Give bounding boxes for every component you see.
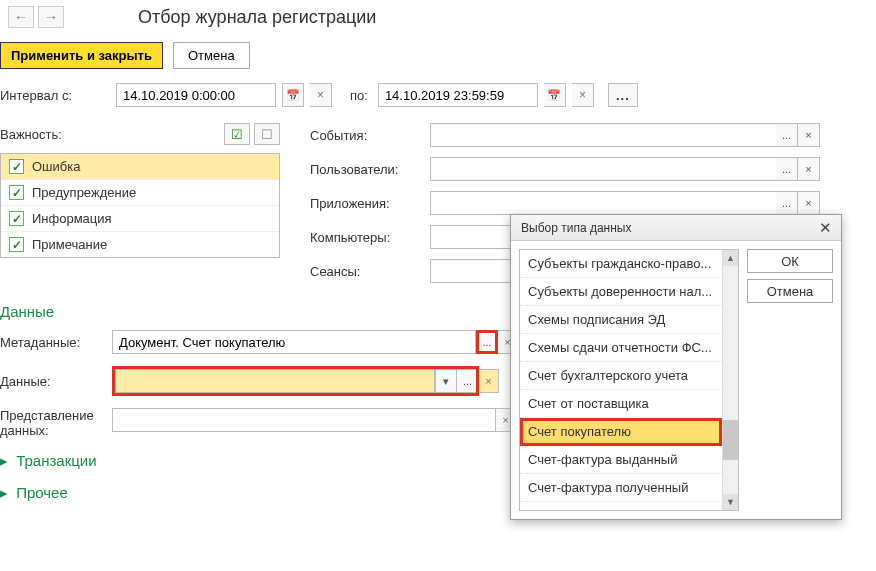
clear-from-button[interactable]: ×	[310, 83, 332, 107]
metadata-input[interactable]	[112, 330, 476, 354]
data-input[interactable]	[115, 369, 435, 393]
clear-to-button[interactable]: ×	[572, 83, 594, 107]
importance-item-info[interactable]: ✓ Информация	[1, 206, 279, 232]
checkbox-icon: ✓	[9, 211, 24, 226]
sessions-label: Сеансы:	[310, 264, 430, 279]
scrollbar[interactable]: ▲ ▼	[722, 250, 738, 510]
data-label: Данные:	[0, 374, 112, 389]
dialog-close-button[interactable]: ✕	[816, 219, 835, 237]
interval-from-label: Интервал с:	[0, 88, 110, 103]
list-item[interactable]: Счет от поставщика	[520, 390, 722, 418]
importance-item-label: Предупреждение	[32, 185, 136, 200]
checkbox-icon: ✓	[9, 237, 24, 252]
list-item[interactable]: Счет-фактура полученный	[520, 474, 722, 502]
apps-input[interactable]	[430, 191, 776, 215]
data-clear-button[interactable]: ×	[479, 369, 499, 393]
importance-item-warning[interactable]: ✓ Предупреждение	[1, 180, 279, 206]
importance-item-label: Примечание	[32, 237, 107, 252]
representation-input[interactable]	[112, 408, 496, 432]
importance-item-label: Ошибка	[32, 159, 80, 174]
list-item[interactable]: Схемы подписания ЭД	[520, 306, 722, 334]
importance-list: ✓ Ошибка ✓ Предупреждение ✓ Информация ✓…	[0, 153, 280, 258]
apps-more-button[interactable]: ...	[776, 191, 798, 215]
apps-clear-button[interactable]: ×	[798, 191, 820, 215]
importance-label: Важность:	[0, 127, 62, 142]
dialog-title: Выбор типа данных	[521, 221, 631, 235]
computers-label: Компьютеры:	[310, 230, 430, 245]
events-label: События:	[310, 128, 430, 143]
interval-from-input[interactable]	[116, 83, 276, 107]
apps-label: Приложения:	[310, 196, 430, 211]
users-clear-button[interactable]: ×	[798, 157, 820, 181]
scroll-up-button[interactable]: ▲	[723, 250, 738, 266]
scroll-down-button[interactable]: ▼	[723, 494, 738, 510]
metadata-more-button[interactable]: ...	[476, 330, 498, 354]
list-item[interactable]: Субъекты доверенности нал...	[520, 278, 722, 306]
dialog-cancel-button[interactable]: Отмена	[747, 279, 833, 303]
checkbox-icon: ✓	[9, 185, 24, 200]
list-item[interactable]: Схемы сдачи отчетности ФС...	[520, 334, 722, 362]
calendar-to-icon[interactable]: 📅	[544, 83, 566, 107]
interval-to-input[interactable]	[378, 83, 538, 107]
events-clear-button[interactable]: ×	[798, 123, 820, 147]
events-input[interactable]	[430, 123, 776, 147]
representation-label: Представление данных:	[0, 408, 112, 438]
checkbox-icon: ✓	[9, 159, 24, 174]
chevron-right-icon: ▸	[0, 452, 8, 469]
type-listbox[interactable]: Субъекты гражданско-право... Субъекты до…	[520, 250, 722, 510]
cancel-button[interactable]: Отмена	[173, 42, 250, 69]
data-dropdown-button[interactable]: ▾	[435, 369, 457, 393]
importance-item-error[interactable]: ✓ Ошибка	[1, 154, 279, 180]
list-item[interactable]: Субъекты гражданско-право...	[520, 250, 722, 278]
chevron-right-icon: ▸	[0, 484, 8, 501]
scroll-thumb[interactable]	[723, 420, 738, 460]
importance-item-note[interactable]: ✓ Примечание	[1, 232, 279, 257]
apply-and-close-button[interactable]: Применить и закрыть	[0, 42, 163, 69]
users-more-button[interactable]: ...	[776, 157, 798, 181]
events-more-button[interactable]: ...	[776, 123, 798, 147]
metadata-label: Метаданные:	[0, 335, 112, 350]
interval-more-button[interactable]: ...	[608, 83, 638, 107]
list-item[interactable]: Табличные части документов	[520, 502, 722, 510]
type-select-dialog: Выбор типа данных ✕ Субъекты гражданско-…	[510, 214, 842, 520]
users-label: Пользователи:	[310, 162, 430, 177]
dialog-ok-button[interactable]: ОК	[747, 249, 833, 273]
list-item-selected[interactable]: Счет покупателю	[520, 418, 722, 446]
interval-to-label: по:	[350, 88, 368, 103]
list-item[interactable]: Счет-фактура выданный	[520, 446, 722, 474]
forward-button[interactable]: →	[38, 6, 64, 28]
uncheck-all-icon[interactable]: ☐	[254, 123, 280, 145]
back-button[interactable]: ←	[8, 6, 34, 28]
importance-item-label: Информация	[32, 211, 112, 226]
users-input[interactable]	[430, 157, 776, 181]
list-item[interactable]: Счет бухгалтерского учета	[520, 362, 722, 390]
data-more-button[interactable]: ...	[457, 369, 479, 393]
check-all-icon[interactable]: ☑	[224, 123, 250, 145]
page-title: Отбор журнала регистрации	[138, 7, 376, 28]
calendar-from-icon[interactable]: 📅	[282, 83, 304, 107]
